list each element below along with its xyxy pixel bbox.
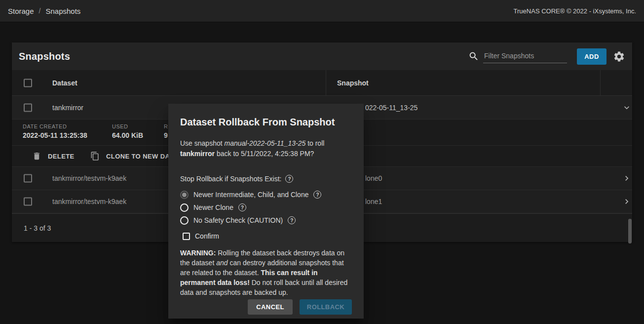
table-header-row: Dataset Snapshot: [12, 70, 632, 96]
column-header-snapshot[interactable]: Snapshot: [337, 79, 369, 87]
stat-label: R: [164, 123, 168, 129]
gear-icon[interactable]: [613, 50, 625, 63]
body-text: Use snapshot: [180, 139, 225, 147]
radio-label: Newer Clone: [193, 203, 233, 211]
clone-to-new-dataset-button[interactable]: CLONE TO NEW DAT: [90, 152, 174, 161]
snapshot-cell: lone1: [365, 198, 382, 205]
card-header: Snapshots ADD: [12, 42, 632, 70]
paginator-text: 1 - 3 of 3: [24, 224, 51, 232]
dataset-name: tankmirror: [180, 150, 215, 158]
top-bar: Storage / Snapshots TrueNAS CORE® © 2022…: [0, 0, 644, 22]
filter-snapshots-input[interactable]: [483, 49, 567, 63]
breadcrumb: Storage / Snapshots: [8, 7, 80, 15]
radio-no-safety-check[interactable]: No Safety Check (CAUTION) ?: [180, 215, 352, 225]
card-toolbar: ADD: [468, 48, 625, 65]
radio-icon[interactable]: [180, 216, 189, 225]
dialog-body: Use snapshot manual-2022-05-11_13-25 to …: [180, 138, 352, 159]
chevron-right-icon[interactable]: [622, 173, 632, 183]
stop-rollback-label: Stop Rollback if Snapshots Exist:: [180, 175, 281, 183]
rollback-dialog: Dataset Rollback From Snapshot Use snaps…: [168, 104, 364, 319]
warning-prefix: WARNING:: [180, 249, 216, 257]
body-text: to roll: [305, 139, 324, 147]
search-icon: [468, 51, 479, 62]
trash-icon: [32, 152, 41, 161]
breadcrumb-snapshots: Snapshots: [45, 7, 80, 15]
radio-icon[interactable]: [180, 203, 189, 212]
snapshot-name: manual-2022-05-11_13-25: [225, 139, 306, 147]
confirm-label: Confirm: [195, 232, 219, 240]
dataset-cell: tankmirror/testvm-k9aek: [52, 198, 126, 205]
stat-label: USED: [112, 123, 143, 129]
column-header-dataset[interactable]: Dataset: [52, 79, 77, 87]
dataset-cell: tankmirror/testvm-k9aek: [52, 174, 126, 182]
row-checkbox[interactable]: [24, 103, 32, 112]
cancel-button[interactable]: CANCEL: [248, 299, 293, 315]
radio-label: No Safety Check (CAUTION): [193, 216, 283, 224]
row-checkbox[interactable]: [24, 198, 32, 206]
radio-icon-selected-disabled[interactable]: [180, 191, 189, 199]
radio-newer-intermediate[interactable]: Newer Intermediate, Child, and Clone ?: [180, 190, 352, 200]
help-icon[interactable]: ?: [313, 191, 321, 199]
help-icon[interactable]: ?: [238, 203, 246, 211]
snapshot-cell: 022-05-11_13-25: [365, 104, 417, 112]
clone-label: CLONE TO NEW DAT: [106, 153, 174, 160]
help-icon[interactable]: ?: [285, 175, 293, 183]
dataset-cell: tankmirror: [52, 104, 83, 112]
confirm-checkbox[interactable]: [183, 233, 190, 240]
warning-italic: and: [216, 259, 227, 267]
breadcrumb-separator: /: [39, 7, 41, 15]
radio-newer-clone[interactable]: Newer Clone ?: [180, 202, 352, 212]
delete-button[interactable]: DELETE: [32, 152, 75, 161]
select-all-checkbox[interactable]: [24, 79, 32, 87]
confirm-checkbox-row[interactable]: Confirm: [183, 231, 352, 241]
snapshot-cell: lone0: [365, 174, 382, 182]
vertical-scrollbar[interactable]: [628, 219, 632, 243]
radio-label: Newer Intermediate, Child, and Clone: [193, 191, 308, 199]
dialog-actions: CANCEL ROLLBACK: [248, 299, 352, 315]
help-icon[interactable]: ?: [288, 216, 296, 224]
body-text: back to 5/11/2022, 4:25:38 PM?: [215, 150, 314, 158]
warning-text: WARNING: Rolling the dataset back destro…: [180, 248, 352, 297]
page-title: Snapshots: [19, 51, 70, 62]
stat-value: 9: [164, 131, 168, 139]
clone-icon: [90, 152, 100, 161]
copyright-text: TrueNAS CORE® © 2022 - iXsystems, Inc.: [514, 7, 636, 15]
row-checkbox[interactable]: [24, 174, 32, 183]
rollback-button[interactable]: ROLLBACK: [300, 299, 352, 315]
stat-date-created: DATE CREATED 2022-05-11 13:25:38: [23, 123, 87, 139]
dialog-title: Dataset Rollback From Snapshot: [180, 116, 352, 128]
stat-referenced: R 9: [164, 123, 168, 139]
stop-rollback-label-row: Stop Rollback if Snapshots Exist: ?: [180, 174, 352, 184]
add-button[interactable]: ADD: [577, 48, 606, 65]
stat-value: 2022-05-11 13:25:38: [23, 131, 87, 139]
stat-used: USED 64.00 KiB: [112, 123, 143, 139]
chevron-right-icon[interactable]: [622, 197, 632, 206]
stat-value: 64.00 KiB: [112, 131, 143, 139]
breadcrumb-storage[interactable]: Storage: [8, 7, 34, 15]
stat-label: DATE CREATED: [23, 123, 87, 129]
delete-label: DELETE: [48, 153, 75, 160]
chevron-down-icon[interactable]: [622, 103, 632, 113]
